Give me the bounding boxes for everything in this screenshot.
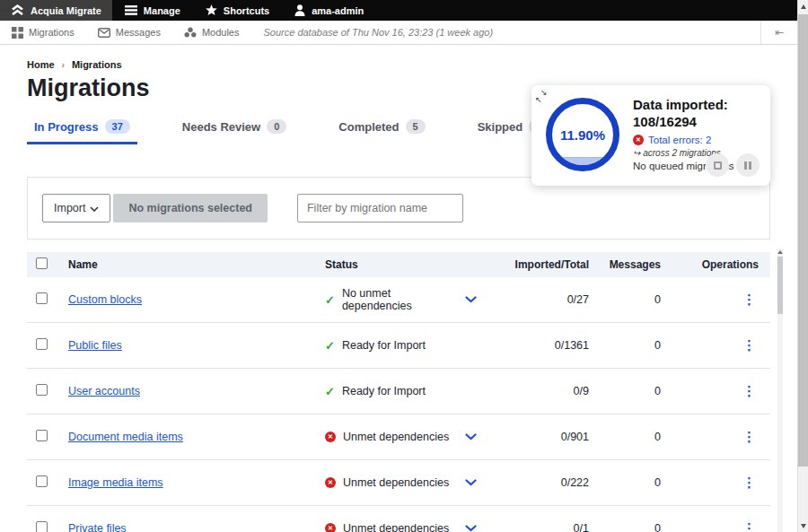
breadcrumb-separator: ›: [62, 60, 65, 70]
status-text: No unmet dependencies: [342, 287, 458, 312]
migration-name-link[interactable]: Private files: [68, 522, 127, 532]
no-migrations-selected-button: No migrations selected: [113, 194, 268, 222]
user-icon: [294, 4, 305, 16]
status-text: Ready for Import: [342, 339, 426, 352]
header-name: Name: [68, 258, 311, 271]
progress-ring: 11.90%: [546, 98, 619, 171]
row-checkbox[interactable]: [36, 338, 48, 350]
breadcrumb-current: Migrations: [72, 59, 122, 70]
messages-cell: 0: [600, 431, 672, 443]
chevron-down-icon: [90, 202, 99, 214]
collapse-icon: ⇤: [775, 26, 784, 39]
error-icon: ✕: [633, 135, 644, 145]
data-imported-fraction: 108/16294: [633, 113, 761, 130]
breadcrumb: Home › Migrations: [27, 59, 770, 70]
operations-kebab-icon[interactable]: ⋮: [742, 292, 756, 307]
status-text: Unmet dependencies: [343, 522, 449, 532]
import-dropdown-button[interactable]: Import: [42, 194, 110, 222]
toolbar-collapse-button[interactable]: ⇤: [760, 21, 797, 44]
table-row: Custom blocks ✓ ✕ No unmet dependencies …: [27, 277, 770, 323]
operations-kebab-icon[interactable]: ⋮: [742, 383, 756, 398]
operations-kebab-icon[interactable]: ⋮: [742, 429, 756, 444]
table-body: Custom blocks ✓ ✕ No unmet dependencies …: [27, 277, 770, 532]
row-checkbox[interactable]: [36, 430, 48, 441]
status-chevron-icon[interactable]: [465, 525, 477, 532]
tab-completed[interactable]: Completed 5: [331, 114, 432, 144]
hamburger-icon: [125, 5, 137, 15]
stop-import-button[interactable]: [706, 153, 729, 177]
tab-count-badge: 37: [105, 119, 130, 134]
data-imported-title: Data imported:: [633, 96, 761, 113]
imported-total-cell: 0/1361: [504, 339, 600, 352]
table-header-row: Name Status Imported/Total Messages Oper…: [27, 252, 770, 277]
scroll-down-button[interactable]: [798, 519, 808, 532]
operations-kebab-icon[interactable]: ⋮: [742, 520, 756, 532]
migration-name-link[interactable]: Custom blocks: [68, 293, 142, 306]
tab-label: In Progress: [34, 120, 99, 134]
star-icon: [206, 4, 217, 16]
tab-count-badge: 5: [406, 119, 426, 134]
select-all-checkbox[interactable]: [36, 257, 48, 269]
status-chevron-icon[interactable]: [465, 296, 477, 303]
shortcuts-label: Shortcuts: [224, 5, 269, 16]
imported-total-cell: 0/222: [504, 476, 600, 489]
scroll-up-button[interactable]: [798, 0, 808, 13]
page-scrollbar[interactable]: [797, 0, 808, 532]
shortcuts-menu[interactable]: Shortcuts: [193, 0, 282, 21]
migration-name-link[interactable]: Public files: [68, 339, 122, 352]
stop-icon: [714, 161, 722, 170]
modules-icon: [184, 27, 197, 38]
header-status: Status: [311, 258, 504, 271]
breadcrumb-home-link[interactable]: Home: [27, 59, 55, 70]
table-scrollbar[interactable]: [777, 249, 783, 532]
migrations-table: Name Status Imported/Total Messages Oper…: [27, 252, 770, 532]
module-toolbar: Migrations Messages Modules Source datab: [0, 21, 797, 45]
imported-total-cell: 0/27: [504, 293, 600, 306]
status-ok-icon: ✓: [325, 385, 335, 398]
migration-filter-input[interactable]: [297, 194, 463, 222]
table-row: Public files ✓ ✕ Ready for Import 0/1361…: [27, 323, 770, 369]
total-errors-link[interactable]: ✕ Total errors: 2: [633, 135, 761, 145]
migrations-label: Migrations: [29, 27, 75, 38]
status-ok-icon: ✓: [325, 293, 335, 307]
migration-name-link[interactable]: Image media items: [68, 476, 163, 489]
messages-cell: 0: [600, 476, 672, 489]
table-scrollbar-thumb[interactable]: [777, 257, 783, 314]
migration-name-link[interactable]: Document media items: [68, 431, 183, 443]
row-checkbox[interactable]: [36, 475, 48, 487]
acquia-migrate-brand[interactable]: Acquia Migrate: [0, 0, 112, 21]
pause-import-button[interactable]: [736, 153, 760, 177]
table-scroll-up-icon[interactable]: [777, 250, 783, 254]
header-imported-total: Imported/Total: [504, 258, 600, 271]
manage-label: Manage: [144, 5, 180, 16]
tab-needs-review[interactable]: Needs Review 0: [175, 114, 294, 144]
status-chevron-icon[interactable]: [465, 479, 477, 486]
operations-kebab-icon[interactable]: ⋮: [742, 337, 756, 353]
tab-in-progress[interactable]: In Progress 37: [27, 114, 137, 144]
status-error-icon: ✕: [325, 477, 336, 488]
row-checkbox[interactable]: [36, 384, 48, 396]
brand-label: Acquia Migrate: [31, 5, 101, 16]
pause-icon: [744, 161, 751, 170]
messages-cell: 0: [600, 385, 672, 397]
resize-handle-icon[interactable]: ↘ ↖: [535, 87, 549, 105]
status-chevron-icon[interactable]: [465, 433, 477, 440]
migration-name-link[interactable]: User accounts: [68, 385, 140, 397]
acquia-logo-icon: [11, 4, 24, 16]
user-menu[interactable]: ama-admin: [282, 0, 376, 21]
status-text: Ready for Import: [342, 385, 426, 397]
toolbar-item-migrations[interactable]: Migrations: [0, 27, 86, 39]
manage-menu[interactable]: Manage: [112, 0, 193, 21]
operations-kebab-icon[interactable]: ⋮: [742, 475, 756, 490]
import-progress-card: ↘ ↖ 11.90% Data imported: 108/16294 ✕ To…: [531, 85, 770, 186]
toolbar-item-messages[interactable]: Messages: [86, 27, 172, 38]
across-arrow-icon: ↪: [633, 148, 640, 158]
toolbar-item-modules[interactable]: Modules: [172, 27, 251, 38]
app-window: Acquia Migrate Manage Shortcuts: [0, 0, 797, 532]
row-checkbox[interactable]: [36, 521, 48, 532]
row-checkbox[interactable]: [36, 292, 48, 304]
table-row: Image media items ✓ ✕ Unmet dependencies…: [27, 460, 770, 506]
status-error-icon: ✕: [325, 523, 336, 532]
envelope-icon: [98, 28, 110, 38]
page-scrollbar-thumb[interactable]: [798, 14, 808, 467]
